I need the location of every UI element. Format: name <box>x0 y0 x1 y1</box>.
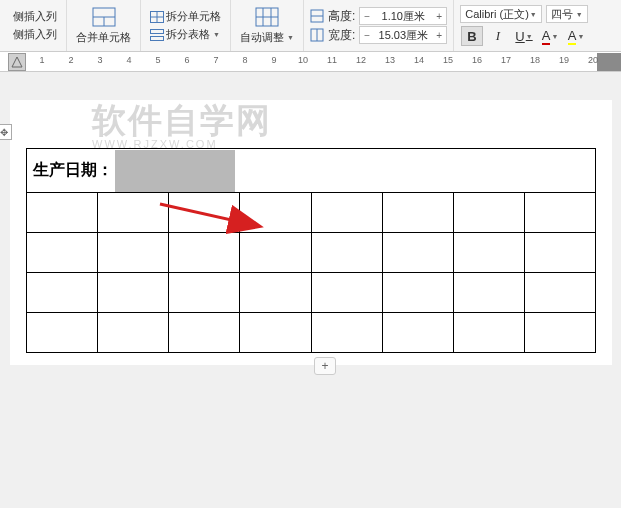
ruler-scale[interactable]: 1234567891011121314151617181920 <box>28 53 621 71</box>
ruler-number: 18 <box>530 55 540 65</box>
font-color-button[interactable]: A▼ <box>539 26 561 46</box>
ruler-margin-end <box>597 53 621 71</box>
italic-button[interactable]: I <box>487 26 509 46</box>
ruler-number: 11 <box>327 55 337 65</box>
width-spinner[interactable]: − 15.03厘米 + <box>359 26 447 44</box>
font-size-select[interactable]: 四号▼ <box>546 5 588 23</box>
width-value[interactable]: 15.03厘米 <box>374 28 432 43</box>
auto-adjust-icon <box>255 7 279 27</box>
table-row[interactable] <box>27 313 596 353</box>
ruler-number: 14 <box>414 55 424 65</box>
split-cells-icon <box>150 11 164 23</box>
row-height-icon <box>310 9 324 23</box>
table-row[interactable] <box>27 273 596 313</box>
width-increase-button[interactable]: + <box>432 27 446 43</box>
ruler-number: 1 <box>39 55 44 65</box>
ruler-number: 3 <box>97 55 102 65</box>
height-decrease-button[interactable]: − <box>360 8 374 24</box>
svg-rect-6 <box>151 29 164 33</box>
auto-adjust-button[interactable] <box>251 5 283 29</box>
merge-icon <box>92 7 116 27</box>
height-spinner[interactable]: − 1.10厘米 + <box>359 7 447 25</box>
ruler-number: 7 <box>213 55 218 65</box>
watermark-text: 软件自学网 <box>92 98 272 144</box>
add-row-button[interactable]: + <box>314 357 336 375</box>
merge-cells-button[interactable] <box>88 5 120 29</box>
ruler-number: 16 <box>472 55 482 65</box>
split-table-label: 拆分表格 <box>166 27 210 42</box>
dropdown-arrow-icon: ▼ <box>213 31 220 38</box>
ruler-number: 15 <box>443 55 453 65</box>
ruler-number: 9 <box>271 55 276 65</box>
ruler-corner[interactable] <box>8 53 26 71</box>
ruler-number: 10 <box>298 55 308 65</box>
insert-col-right-button[interactable]: 侧插入列 <box>10 26 60 43</box>
svg-rect-7 <box>151 36 164 40</box>
insert-col-left-button[interactable]: 侧插入列 <box>10 8 60 25</box>
height-label: 高度: <box>328 8 355 25</box>
horizontal-ruler[interactable]: 1234567891011121314151617181920 <box>0 52 621 72</box>
merge-group: 合并单元格 <box>67 0 141 51</box>
merge-cells-label: 合并单元格 <box>73 29 134 46</box>
watermark: 软件自学网 WWW.RJZXW.COM <box>92 98 272 150</box>
width-decrease-button[interactable]: − <box>360 27 374 43</box>
table-header-row[interactable]: 生产日期： <box>27 149 596 193</box>
height-value[interactable]: 1.10厘米 <box>374 9 432 24</box>
selected-cell[interactable] <box>115 150 235 192</box>
document-area: 软件自学网 WWW.RJZXW.COM ✥ 生产日期： <box>0 72 621 508</box>
split-cells-label: 拆分单元格 <box>166 9 221 24</box>
ruler-number: 6 <box>184 55 189 65</box>
size-group: 高度: − 1.10厘米 + 宽度: − 15.03厘米 + <box>304 0 454 51</box>
ruler-number: 8 <box>242 55 247 65</box>
font-name-select[interactable]: Calibri (正文)▼ <box>460 5 542 23</box>
ribbon-toolbar: 侧插入列 侧插入列 合并单元格 拆分单元格 拆分表格 ▼ 自动调整▼ <box>0 0 621 52</box>
underline-button[interactable]: U▼ <box>513 26 535 46</box>
font-group: Calibri (正文)▼ 四号▼ B I U▼ A▼ A▼ <box>454 0 594 51</box>
insert-group: 侧插入列 侧插入列 <box>4 0 67 51</box>
split-table-icon <box>150 29 164 41</box>
col-width-icon <box>310 28 324 42</box>
ruler-number: 2 <box>68 55 73 65</box>
width-label: 宽度: <box>328 27 355 44</box>
auto-adjust-group: 自动调整▼ <box>231 0 304 51</box>
ruler-number: 4 <box>126 55 131 65</box>
header-label-cell[interactable]: 生产日期： <box>27 160 113 181</box>
document-page[interactable]: 软件自学网 WWW.RJZXW.COM ✥ 生产日期： <box>10 100 612 365</box>
ruler-number: 12 <box>356 55 366 65</box>
ruler-number: 20 <box>588 55 598 65</box>
table-row[interactable] <box>27 233 596 273</box>
split-table-button[interactable]: 拆分表格 ▼ <box>147 26 224 43</box>
ruler-number: 5 <box>155 55 160 65</box>
height-increase-button[interactable]: + <box>432 8 446 24</box>
ruler-number: 17 <box>501 55 511 65</box>
bold-button[interactable]: B <box>461 26 483 46</box>
highlight-button[interactable]: A▼ <box>565 26 587 46</box>
auto-adjust-label: 自动调整▼ <box>237 29 297 46</box>
split-cells-button[interactable]: 拆分单元格 <box>147 8 224 25</box>
document-table[interactable]: 生产日期： <box>26 148 596 353</box>
ruler-number: 13 <box>385 55 395 65</box>
table-move-handle[interactable]: ✥ <box>0 124 12 140</box>
ruler-number: 19 <box>559 55 569 65</box>
split-group: 拆分单元格 拆分表格 ▼ <box>141 0 231 51</box>
table-row[interactable] <box>27 193 596 233</box>
